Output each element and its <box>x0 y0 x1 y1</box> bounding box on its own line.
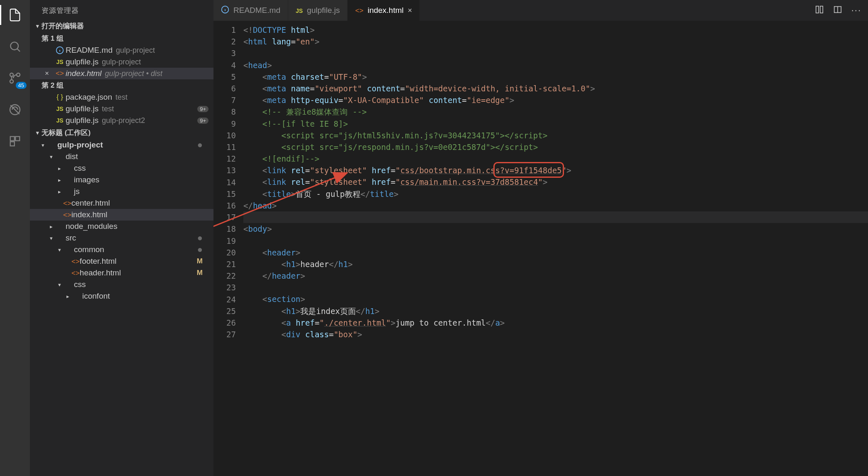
code-line[interactable]: </header> <box>243 270 868 282</box>
code-line[interactable]: <!DOCTYPE html> <box>243 24 868 36</box>
scm-badge: 45 <box>16 82 27 89</box>
code-editor[interactable]: 1234567891011121314151617181920212223242… <box>213 21 868 476</box>
code-line[interactable]: <section> <box>243 293 868 305</box>
problems-badge: 9+ <box>197 118 208 124</box>
activity-explorer[interactable] <box>5 5 25 25</box>
tab-label: index.html <box>368 6 404 15</box>
open-editors-header[interactable]: ▾ 打开的编辑器 <box>30 20 213 32</box>
svg-point-1 <box>17 73 20 76</box>
chevron-down-icon: ▾ <box>33 130 42 136</box>
tree-label: src <box>66 233 76 243</box>
chevron-right-icon: ▸ <box>56 189 63 195</box>
tree-folder[interactable]: ▾src● <box>30 232 213 244</box>
activity-scm[interactable]: 45 <box>5 68 25 88</box>
html-icon: <> <box>355 6 363 15</box>
split-editor-icon[interactable] <box>833 5 842 16</box>
open-editor-item[interactable]: JSgulpfile.jsgulp-project29+ <box>30 115 213 126</box>
activity-bar: 45 <box>0 0 30 476</box>
tree-folder[interactable]: ▾common● <box>30 244 213 255</box>
code-line[interactable]: <!--[if lte IE 8]> <box>243 118 868 130</box>
code-line[interactable]: <meta name="viewport" content="width=dev… <box>243 83 868 94</box>
code-line[interactable] <box>243 211 868 223</box>
modified-dot: ● <box>197 140 203 150</box>
code-line[interactable]: <a href="./center.html">jump to center.h… <box>243 317 868 329</box>
open-editor-item[interactable]: { }package.jsontest <box>30 91 213 103</box>
modified-dot: ● <box>197 245 203 254</box>
code-line[interactable]: <!-- 兼容ie8媒体查询 --> <box>243 106 868 118</box>
file-path: test <box>115 93 128 102</box>
info-icon <box>54 46 66 54</box>
open-editor-item[interactable]: JSgulpfile.jsgulp-project <box>30 56 213 68</box>
close-icon[interactable]: × <box>45 69 54 78</box>
tree-label: node_modules <box>66 222 118 231</box>
file-path: gulp-project <box>102 58 141 66</box>
editor-tab[interactable]: README.md <box>213 0 288 21</box>
code-line[interactable]: <header> <box>243 247 868 258</box>
json-icon: { } <box>54 93 66 101</box>
code-line[interactable]: <meta http-equiv="X-UA-Compatible" conte… <box>243 94 868 106</box>
tree-folder[interactable]: ▸node_modules <box>30 221 213 232</box>
svg-rect-5 <box>10 137 15 141</box>
tree-file[interactable]: <>footer.htmlM <box>30 255 213 267</box>
code-line[interactable]: <h1>我是index页面</h1> <box>243 305 868 317</box>
code-line[interactable]: <html lang="en"> <box>243 36 868 47</box>
more-icon[interactable]: ··· <box>851 5 861 16</box>
compare-changes-icon[interactable] <box>815 5 824 16</box>
git-modified-badge: M <box>197 269 203 277</box>
line-gutter: 1234567891011121314151617181920212223242… <box>213 21 243 476</box>
code-line[interactable]: <h1>header</h1> <box>243 258 868 270</box>
code-line[interactable]: <link rel="stylesheet" href="css/bootstr… <box>243 164 868 176</box>
activity-search[interactable] <box>5 37 25 56</box>
tree-folder[interactable]: ▸css <box>30 162 213 174</box>
file-name: README.md <box>66 46 113 55</box>
tree-folder[interactable]: ▸iconfont <box>30 290 213 302</box>
open-editor-item[interactable]: README.mdgulp-project <box>30 44 213 56</box>
js-icon: JS <box>54 117 66 124</box>
code-line[interactable]: </head> <box>243 200 868 211</box>
html-icon: <> <box>54 69 66 78</box>
code-line[interactable] <box>243 47 868 59</box>
tree-file[interactable]: <>header.htmlM <box>30 267 213 279</box>
open-editor-item[interactable]: ×<>index.htmlgulp-project • dist <box>30 68 213 79</box>
chevron-down-icon: ▾ <box>56 282 63 288</box>
tree-file[interactable]: <>center.html <box>30 197 213 209</box>
tree-label: iconfont <box>82 292 110 301</box>
group-1-label: 第 1 组 <box>30 32 213 44</box>
code-line[interactable]: <div class="box"> <box>243 329 868 340</box>
workspace-header[interactable]: ▾ 无标题 (工作区) <box>30 126 213 139</box>
tabs-row: README.mdJSgulpfile.js<>index.html× ··· <box>213 0 868 21</box>
tree-file[interactable]: <>index.html <box>30 209 213 221</box>
tree-label: js <box>74 187 80 196</box>
code-line[interactable]: <![endif]--> <box>243 153 868 164</box>
svg-rect-10 <box>816 6 818 13</box>
editor-tab[interactable]: <>index.html× <box>348 0 420 21</box>
code-line[interactable] <box>243 282 868 293</box>
sidebar-title: 资源管理器 <box>30 0 213 20</box>
code-line[interactable]: <body> <box>243 223 868 235</box>
editor-tab[interactable]: JSgulpfile.js <box>288 0 348 21</box>
svg-rect-11 <box>820 6 822 13</box>
code-line[interactable]: <head> <box>243 59 868 71</box>
info-icon <box>221 5 229 16</box>
tabs-actions: ··· <box>808 0 868 21</box>
tree-folder[interactable]: ▾css <box>30 279 213 290</box>
activity-debug[interactable] <box>5 100 25 120</box>
code-line[interactable]: <meta charset="UTF-8"> <box>243 71 868 83</box>
code-line[interactable]: <title>首页 - gulp教程</title> <box>243 188 868 200</box>
open-editor-item[interactable]: JSgulpfile.jstest9+ <box>30 103 213 115</box>
activity-extensions[interactable] <box>5 131 25 151</box>
code-line[interactable]: <script src="js/html5shiv.min.js?v=30442… <box>243 130 868 141</box>
code-line[interactable] <box>243 235 868 246</box>
tree-folder[interactable]: ▸images <box>30 174 213 186</box>
tab-label: README.md <box>233 6 280 15</box>
code-line[interactable]: <link rel="stylesheet" href="css/main.mi… <box>243 176 868 188</box>
tree-folder[interactable]: ▸js <box>30 186 213 197</box>
tree-folder[interactable]: ▾dist <box>30 151 213 162</box>
code-line[interactable]: <script src="js/respond.min.js?v=0e021c5… <box>243 141 868 153</box>
close-icon[interactable]: × <box>408 6 412 15</box>
tree-label: css <box>74 164 86 173</box>
tree-label: common <box>74 245 104 254</box>
tree-label: center.html <box>71 199 110 208</box>
code-content[interactable]: <!DOCTYPE html><html lang="en"> <head> <… <box>243 21 868 476</box>
tree-folder[interactable]: ▾gulp-project● <box>30 139 213 151</box>
